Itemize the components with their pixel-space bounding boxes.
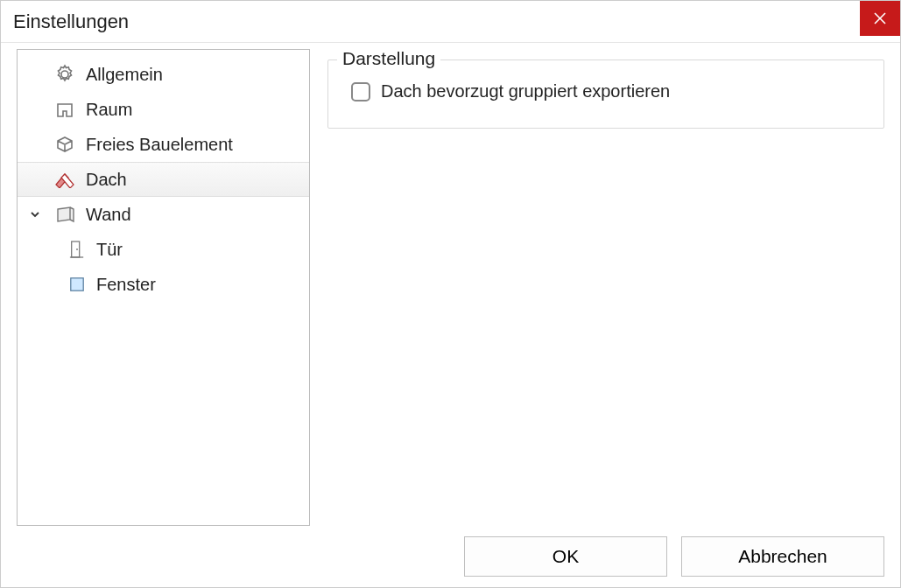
groupbox-title: Darstellung (337, 48, 440, 69)
tree-item-dach[interactable]: Dach (18, 162, 309, 197)
settings-panel: Darstellung Dach bevorzugt gruppiert exp… (327, 49, 884, 526)
window-icon (67, 274, 88, 295)
dialog-footer: OK Abbrechen (464, 536, 884, 577)
tree-item-allgemein[interactable]: Allgemein (18, 57, 309, 92)
svg-point-3 (76, 248, 78, 250)
close-icon (874, 12, 886, 24)
titlebar: Einstellungen (1, 1, 900, 43)
tree-item-label: Fenster (96, 275, 156, 295)
tree-item-bauelement[interactable]: Freies Bauelement (18, 127, 309, 162)
tree-item-tuer[interactable]: Tür (18, 232, 309, 267)
content-area: Allgemein Raum Freies Bauelement (17, 49, 884, 526)
tree-item-fenster[interactable]: Fenster (18, 267, 309, 302)
dialog-title: Einstellungen (13, 10, 129, 33)
ok-button[interactable]: OK (464, 536, 667, 577)
gear-icon (53, 62, 77, 87)
tree-item-label: Allgemein (86, 65, 163, 85)
roof-icon (53, 167, 77, 192)
checkbox-row[interactable]: Dach bevorzugt gruppiert exportieren (346, 81, 866, 102)
tree-item-label: Raum (86, 100, 132, 120)
tree-item-label: Freies Bauelement (86, 135, 233, 155)
chevron-down-icon[interactable] (26, 209, 44, 220)
groupbox-darstellung: Darstellung Dach bevorzugt gruppiert exp… (327, 60, 884, 129)
svg-rect-2 (72, 242, 80, 257)
cancel-button[interactable]: Abbrechen (681, 536, 884, 577)
tree-item-raum[interactable]: Raum (18, 92, 309, 127)
tree-item-label: Tür (96, 240, 123, 260)
checkbox-label: Dach bevorzugt gruppiert exportieren (381, 81, 670, 102)
svg-rect-5 (71, 278, 83, 290)
room-icon (53, 97, 77, 122)
wall-icon (53, 202, 77, 227)
tree-item-wand[interactable]: Wand (18, 197, 309, 232)
tree-item-label: Dach (86, 170, 127, 190)
checkbox-dach-gruppiert[interactable] (351, 82, 370, 102)
close-button[interactable] (860, 1, 900, 36)
door-icon (67, 239, 88, 260)
category-tree[interactable]: Allgemein Raum Freies Bauelement (17, 49, 310, 526)
box3d-icon (53, 132, 77, 157)
tree-item-label: Wand (86, 205, 131, 225)
